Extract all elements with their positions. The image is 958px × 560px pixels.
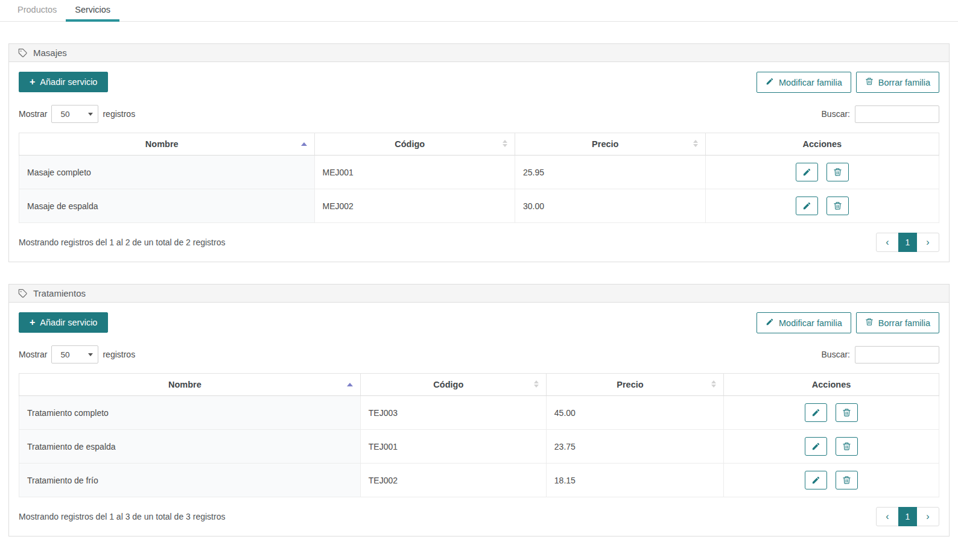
- delete-row-button[interactable]: [836, 437, 858, 456]
- trash-icon: [833, 201, 842, 210]
- edit-row-button[interactable]: [805, 403, 827, 422]
- toolbar: + Añadir servicio Modificar familia: [19, 72, 939, 93]
- delete-family-button[interactable]: Borrar familia: [856, 72, 939, 93]
- tratamientos-table: Nombre Código Precio Acciones Tratamient…: [19, 373, 939, 497]
- cell-nombre: Tratamiento completo: [19, 396, 361, 430]
- search-label: Buscar:: [822, 109, 850, 119]
- edit-row-button[interactable]: [796, 197, 818, 215]
- modify-family-button[interactable]: Modificar familia: [757, 72, 851, 93]
- delete-family-button[interactable]: Borrar familia: [856, 312, 939, 333]
- table-header-row: Nombre Código Precio Acciones: [19, 133, 939, 156]
- edit-row-button[interactable]: [805, 437, 827, 456]
- page-content: Masajes + Añadir servicio Modificar fami…: [0, 43, 958, 547]
- search-input[interactable]: [855, 346, 939, 363]
- pagination-prev-button[interactable]: ‹: [876, 233, 899, 252]
- cell-nombre: Tratamiento de espalda: [19, 430, 361, 464]
- panel-title: Masajes: [33, 48, 67, 58]
- tab-bar: Productos Servicios: [0, 0, 958, 22]
- cell-precio: 30.00: [515, 189, 705, 223]
- panel-tratamientos: Tratamientos + Añadir servicio Modificar…: [8, 284, 950, 536]
- panel-masajes: Masajes + Añadir servicio Modificar fami…: [8, 43, 950, 262]
- table-footer: Mostrando registros del 1 al 2 de un tot…: [19, 233, 939, 252]
- cell-precio: 45.00: [546, 396, 723, 430]
- add-service-label: Añadir servicio: [40, 77, 97, 87]
- pagination-prev-button[interactable]: ‹: [876, 507, 899, 526]
- tag-icon: [18, 48, 28, 58]
- trash-icon: [842, 476, 851, 485]
- column-header-precio[interactable]: Precio: [515, 133, 705, 156]
- delete-row-button[interactable]: [836, 471, 858, 489]
- add-service-button[interactable]: + Añadir servicio: [19, 312, 108, 333]
- table-controls: Mostrar 50 registros Buscar:: [19, 345, 939, 363]
- cell-precio: 18.15: [546, 464, 723, 497]
- table-header-row: Nombre Código Precio Acciones: [19, 374, 939, 396]
- cell-codigo: TEJ002: [360, 464, 546, 497]
- family-buttons: Modificar familia Borrar familia: [757, 72, 939, 93]
- tab-productos[interactable]: Productos: [8, 0, 66, 22]
- sort-icon: [503, 140, 507, 147]
- pagination: ‹ 1 ›: [876, 507, 939, 526]
- cell-precio: 25.95: [515, 156, 705, 189]
- cell-nombre: Tratamiento de frío: [19, 464, 361, 497]
- panel-masajes-header: Masajes: [9, 44, 949, 62]
- tab-servicios[interactable]: Servicios: [66, 0, 119, 22]
- pencil-icon: [802, 201, 811, 210]
- page-length-select-wrap: 50: [51, 105, 98, 123]
- panel-title: Tratamientos: [33, 288, 86, 298]
- search-control: Buscar:: [822, 105, 939, 123]
- sort-icon: [693, 140, 698, 147]
- edit-row-button[interactable]: [796, 163, 818, 181]
- panel-tratamientos-header: Tratamientos: [9, 285, 949, 303]
- column-header-codigo[interactable]: Código: [314, 133, 515, 156]
- cell-nombre: Masaje de espalda: [19, 189, 315, 223]
- trash-icon: [842, 442, 851, 451]
- pencil-icon: [766, 318, 774, 328]
- bottom-spacer: [8, 536, 950, 547]
- cell-codigo: TEJ003: [360, 396, 546, 430]
- records-info: Mostrando registros del 1 al 2 de un tot…: [19, 238, 225, 247]
- pagination-next-button[interactable]: ›: [916, 233, 939, 252]
- plus-icon: +: [30, 318, 35, 327]
- edit-row-button[interactable]: [805, 471, 827, 489]
- trash-icon: [842, 408, 851, 417]
- table-row: Tratamiento de espalda TEJ001 23.75: [19, 430, 939, 464]
- pagination-next-button[interactable]: ›: [916, 507, 939, 526]
- cell-precio: 23.75: [546, 430, 723, 464]
- page-length-control: Mostrar 50 registros: [19, 345, 135, 363]
- pagination-page-1[interactable]: 1: [898, 233, 917, 252]
- column-header-nombre[interactable]: Nombre: [19, 374, 361, 396]
- modify-family-button[interactable]: Modificar familia: [757, 312, 851, 333]
- sort-icon: [534, 380, 539, 388]
- page-length-select-wrap: 50: [51, 345, 98, 363]
- column-header-nombre[interactable]: Nombre: [19, 133, 315, 156]
- pencil-icon: [802, 168, 811, 177]
- search-control: Buscar:: [822, 346, 939, 363]
- page-length-control: Mostrar 50 registros: [19, 105, 135, 123]
- delete-row-button[interactable]: [836, 403, 858, 422]
- sort-icon: [711, 380, 716, 388]
- column-header-precio[interactable]: Precio: [546, 374, 723, 396]
- pagination-page-1[interactable]: 1: [898, 507, 917, 526]
- delete-family-label: Borrar familia: [878, 78, 930, 87]
- panel-masajes-body: + Añadir servicio Modificar familia: [9, 62, 949, 262]
- delete-row-button[interactable]: [826, 163, 849, 181]
- column-header-codigo[interactable]: Código: [360, 374, 546, 396]
- pagination: ‹ 1 ›: [876, 233, 939, 252]
- table-row: Masaje completo MEJ001 25.95: [19, 156, 939, 189]
- page-length-select[interactable]: 50: [51, 105, 98, 123]
- show-label: Mostrar: [19, 109, 47, 119]
- search-input[interactable]: [855, 105, 939, 123]
- pencil-icon: [766, 77, 774, 87]
- toolbar: + Añadir servicio Modificar familia: [19, 312, 939, 333]
- trash-icon: [865, 77, 874, 87]
- show-label: Mostrar: [19, 350, 47, 359]
- sort-asc-icon: [301, 142, 307, 146]
- add-service-button[interactable]: + Añadir servicio: [19, 72, 108, 92]
- cell-codigo: MEJ002: [314, 189, 515, 223]
- page-length-select[interactable]: 50: [51, 345, 98, 363]
- cell-codigo: TEJ001: [360, 430, 546, 464]
- delete-row-button[interactable]: [826, 197, 849, 215]
- pencil-icon: [811, 476, 820, 485]
- table-row: Masaje de espalda MEJ002 30.00: [19, 189, 939, 223]
- tag-icon: [18, 289, 28, 298]
